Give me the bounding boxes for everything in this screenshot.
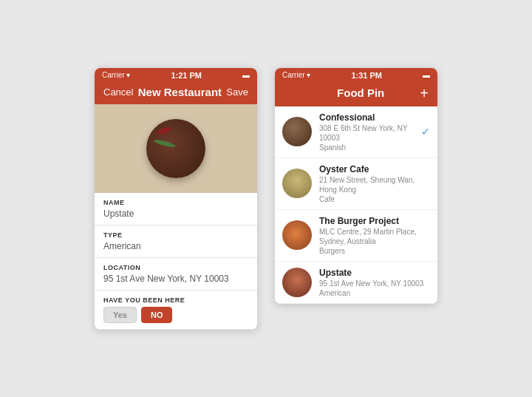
restaurant-info-1: Oyster Cafe 21 New Street, Sheung Wan, H…: [319, 164, 430, 203]
restaurant-name-2: The Burger Project: [319, 216, 430, 226]
restaurant-type-0: Spanish: [319, 143, 414, 152]
list-item[interactable]: Oyster Cafe 21 New Street, Sheung Wan, H…: [275, 158, 437, 210]
list-item[interactable]: The Burger Project MLC Centre, 29 Martin…: [275, 210, 437, 262]
no-button[interactable]: NO: [141, 307, 173, 323]
food-bowl: [146, 119, 205, 178]
restaurant-info-2: The Burger Project MLC Centre, 29 Martin…: [319, 216, 430, 255]
right-carrier: Carrier ▾: [282, 71, 310, 79]
right-status-bar: Carrier ▾ 1:31 PM ▬: [275, 68, 437, 81]
restaurant-name-0: Confessional: [319, 112, 414, 123]
type-label: TYPE: [103, 231, 248, 239]
type-field[interactable]: TYPE American: [95, 225, 257, 258]
restaurant-address-0: 308 E 6th St New York, NY 10003: [319, 123, 414, 143]
restaurant-name-1: Oyster Cafe: [319, 164, 430, 174]
restaurant-info-3: Upstate 95 1st Ave New York, NY 10003 Am…: [319, 268, 430, 297]
add-restaurant-button[interactable]: +: [420, 86, 429, 101]
restaurant-type-2: Burgers: [319, 247, 430, 255]
restaurant-thumbnail-1: [282, 169, 312, 198]
restaurant-address-3: 95 1st Ave New York, NY 10003: [319, 279, 430, 288]
right-nav-title: Food Pin: [301, 86, 420, 99]
name-label: NAME: [103, 199, 248, 206]
yes-button[interactable]: Yes: [103, 307, 137, 323]
checkmark-icon-0: ✓: [421, 126, 430, 138]
visited-field: HAVE YOU BEEN HERE Yes NO: [95, 291, 257, 330]
right-battery: ▬: [423, 71, 430, 79]
restaurant-thumbnail-3: [282, 268, 312, 297]
left-nav-bar: Cancel New Restaurant Save: [95, 81, 257, 104]
right-time: 1:31 PM: [351, 71, 382, 80]
restaurant-form: NAME Upstate TYPE American LOCATION 95 1…: [95, 193, 257, 330]
left-nav-title: New Restaurant: [138, 86, 222, 98]
restaurant-address-1: 21 New Street, Sheung Wan, Hong Kong: [319, 175, 430, 194]
restaurant-name-3: Upstate: [319, 268, 430, 278]
visited-label: HAVE YOU BEEN HERE: [103, 296, 248, 304]
name-value: Upstate: [103, 208, 248, 219]
restaurant-thumbnail-0: [282, 117, 312, 146]
left-phone: Carrier ▾ 1:21 PM ▬ Cancel New Restauran…: [95, 68, 257, 330]
name-field[interactable]: NAME Upstate: [95, 193, 257, 225]
cancel-button[interactable]: Cancel: [103, 86, 133, 98]
visited-toggle: Yes NO: [103, 307, 248, 323]
location-field[interactable]: LOCATION 95 1st Ave New York, NY 10003: [95, 258, 257, 291]
left-time: 1:21 PM: [171, 71, 202, 80]
location-value: 95 1st Ave New York, NY 10003: [103, 274, 248, 284]
restaurant-type-1: Cafe: [319, 195, 430, 203]
location-label: LOCATION: [103, 264, 248, 271]
restaurant-address-2: MLC Centre, 29 Martin Place, Sydney, Aus…: [319, 227, 430, 246]
restaurant-list: Confessional 308 E 6th St New York, NY 1…: [275, 106, 437, 304]
list-item[interactable]: Upstate 95 1st Ave New York, NY 10003 Am…: [275, 262, 437, 304]
save-button[interactable]: Save: [226, 86, 248, 98]
restaurant-type-3: American: [319, 289, 430, 297]
food-image: [95, 104, 257, 193]
type-value: American: [103, 241, 248, 251]
restaurant-thumbnail-2: [282, 220, 312, 250]
right-nav-bar: Food Pin +: [275, 81, 437, 106]
right-phone: Carrier ▾ 1:31 PM ▬ Food Pin + Confessio…: [275, 68, 437, 304]
left-carrier: Carrier ▾: [102, 71, 130, 79]
restaurant-info-0: Confessional 308 E 6th St New York, NY 1…: [319, 112, 414, 152]
list-item[interactable]: Confessional 308 E 6th St New York, NY 1…: [275, 106, 437, 158]
left-battery: ▬: [242, 71, 250, 79]
left-status-bar: Carrier ▾ 1:21 PM ▬: [95, 68, 257, 81]
